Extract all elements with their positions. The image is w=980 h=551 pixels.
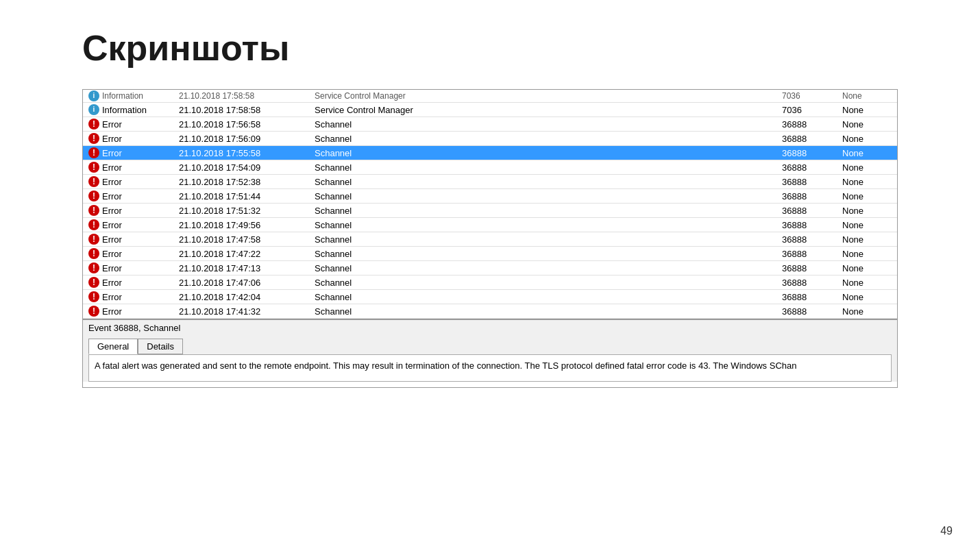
table-row[interactable]: ! Error 21.10.2018 17:55:58 Schannel 368… [83,146,897,160]
table-row[interactable]: ! Error 21.10.2018 17:56:09 Schannel 368… [83,132,897,146]
table-row[interactable]: ! Error 21.10.2018 17:41:32 Schannel 368… [83,304,897,319]
table-row[interactable]: ! Error 21.10.2018 17:47:22 Schannel 368… [83,247,897,261]
tab-details[interactable]: Details [138,339,183,354]
table-row[interactable]: i Information 21.10.2018 17:58:58 Servic… [83,103,897,117]
detail-panel: Event 36888, Schannel General Details A … [83,319,897,382]
table-row[interactable]: ! Error 21.10.2018 17:51:32 Schannel 368… [83,204,897,218]
detail-tabs: General Details [83,336,897,354]
table-row[interactable]: ! Error 21.10.2018 17:47:13 Schannel 368… [83,261,897,276]
table-row[interactable]: ! Error 21.10.2018 17:56:58 Schannel 368… [83,117,897,132]
tab-general[interactable]: General [88,339,138,354]
table-row[interactable]: ! Error 21.10.2018 17:51:44 Schannel 368… [83,189,897,204]
table-row[interactable]: ! Error 21.10.2018 17:42:04 Schannel 368… [83,290,897,304]
page-number: 49 [940,525,953,537]
detail-content: A fatal alert was generated and sent to … [88,354,892,382]
table-row[interactable]: ! Error 21.10.2018 17:47:58 Schannel 368… [83,232,897,247]
table-row-truncated[interactable]: i Information 21.10.2018 17:58:58 Servic… [83,90,897,103]
event-table: i Information 21.10.2018 17:58:58 Servic… [83,90,897,319]
table-row[interactable]: ! Error 21.10.2018 17:49:56 Schannel 368… [83,218,897,232]
detail-title: Event 36888, Schannel [83,320,897,336]
event-viewer: i Information 21.10.2018 17:58:58 Servic… [82,89,898,388]
table-row[interactable]: ! Error 21.10.2018 17:47:06 Schannel 368… [83,276,897,290]
table-row[interactable]: ! Error 21.10.2018 17:52:38 Schannel 368… [83,175,897,189]
page-title: Скриншоты [0,0,980,89]
table-row[interactable]: ! Error 21.10.2018 17:54:09 Schannel 368… [83,160,897,175]
